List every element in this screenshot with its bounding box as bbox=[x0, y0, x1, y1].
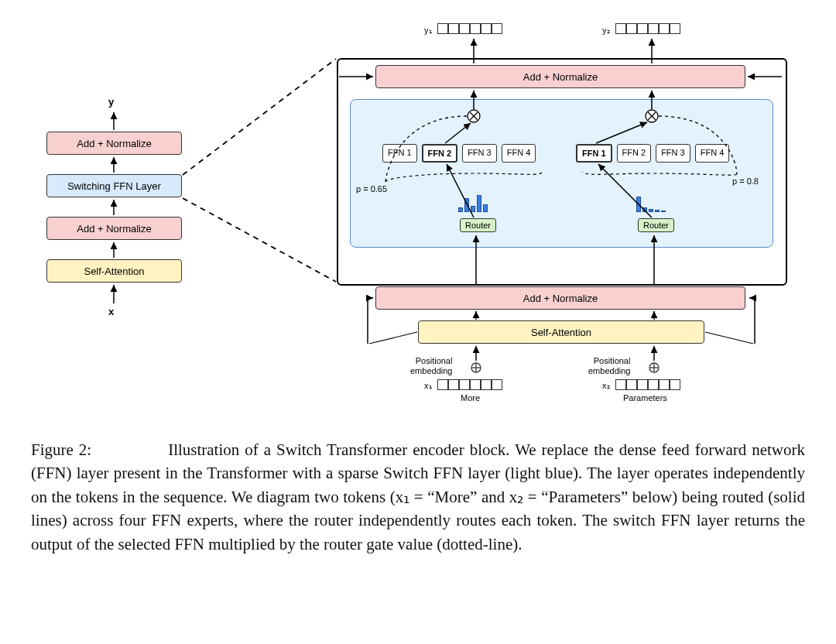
right-addnorm-bottom: Add + Normalize bbox=[375, 286, 745, 310]
svg-line-36 bbox=[705, 332, 753, 344]
figure-canvas: y Add + Normalize Switching FFN Layer Ad… bbox=[0, 0, 836, 644]
y1-label: y₁ bbox=[424, 26, 432, 36]
ffn-right-3: FFN 3 bbox=[656, 144, 690, 163]
svg-line-11 bbox=[183, 59, 336, 175]
right-addnorm-top: Add + Normalize bbox=[375, 65, 745, 88]
ffn-right-2: FFN 2 bbox=[617, 144, 652, 163]
p-right: p = 0.8 bbox=[732, 176, 759, 186]
left-block-addnorm-2: Add + Normalize bbox=[46, 217, 182, 240]
router-right: Router bbox=[638, 218, 674, 232]
pos-embed-left: Positional embedding bbox=[410, 356, 452, 376]
left-block-switch-ffn: Switching FFN Layer bbox=[46, 174, 182, 197]
router-left: Router bbox=[460, 218, 496, 232]
x1-cells bbox=[437, 379, 502, 390]
token1-word: More bbox=[461, 393, 480, 402]
p-left: p = 0.65 bbox=[356, 184, 387, 194]
figure-caption: Figure 2: Illustration of a Switch Trans… bbox=[31, 438, 805, 556]
plus-circle-icon bbox=[648, 361, 660, 376]
caption-body: Illustration of a Switch Transformer enc… bbox=[31, 440, 805, 553]
x2-label: x₂ bbox=[602, 381, 610, 391]
svg-line-12 bbox=[183, 198, 336, 282]
ffn-left-4: FFN 4 bbox=[502, 144, 536, 163]
router-bars-right bbox=[636, 195, 666, 212]
token2-word: Parameters bbox=[623, 393, 667, 402]
ffn-right-4: FFN 4 bbox=[695, 144, 730, 163]
ffn-group-left: FFN 1 FFN 2 FFN 3 FFN 4 bbox=[382, 144, 536, 163]
left-x-label: x bbox=[108, 306, 114, 317]
x1-label: x₁ bbox=[424, 381, 432, 391]
ffn-left-3: FFN 3 bbox=[462, 144, 497, 163]
right-self-attention: Self-Attention bbox=[418, 320, 704, 344]
ffn-right-1-selected: FFN 1 bbox=[576, 144, 612, 163]
x2-cells bbox=[615, 379, 680, 390]
pos-embed-right: Positional embedding bbox=[588, 356, 630, 376]
y1-cells bbox=[437, 23, 502, 34]
ffn-left-1: FFN 1 bbox=[382, 144, 417, 163]
y2-cells bbox=[615, 23, 680, 34]
left-block-addnorm-1: Add + Normalize bbox=[46, 132, 182, 155]
switch-ffn-region bbox=[350, 99, 773, 248]
ffn-left-2-selected: FFN 2 bbox=[422, 144, 458, 163]
router-bars-left bbox=[458, 195, 488, 212]
svg-line-35 bbox=[369, 332, 417, 344]
ffn-group-right: FFN 1 FFN 2 FFN 3 FFN 4 bbox=[576, 144, 729, 163]
caption-prefix: Figure 2: bbox=[31, 440, 97, 459]
plus-circle-icon bbox=[470, 361, 482, 376]
left-y-label: y bbox=[108, 96, 114, 108]
left-block-self-attention: Self-Attention bbox=[46, 259, 182, 283]
y2-label: y₂ bbox=[602, 26, 610, 36]
